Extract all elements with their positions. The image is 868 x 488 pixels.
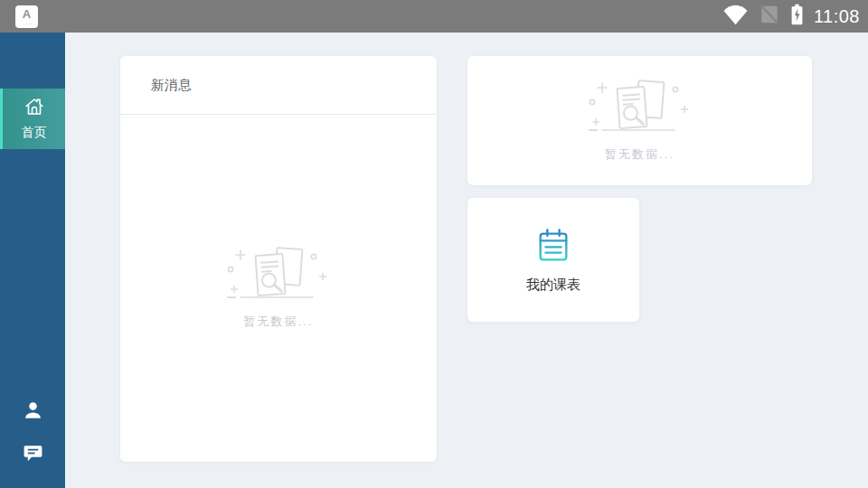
sidebar-bottom — [0, 399, 65, 465]
no-data-illustration-icon — [226, 246, 331, 307]
status-indicators: 11:08 — [722, 3, 860, 30]
no-data-illustration-icon — [588, 79, 693, 140]
messages-card: 新消息 — [120, 56, 437, 462]
main-content: 新消息 — [65, 33, 868, 488]
sidebar-item-home[interactable]: 首页 — [0, 89, 65, 149]
wifi-icon — [722, 3, 749, 30]
clock-time: 11:08 — [814, 6, 860, 27]
messages-card-title: 新消息 — [120, 56, 437, 115]
empty-state: 暂无数据... — [588, 79, 693, 163]
sidebar-item-label: 首页 — [22, 125, 47, 141]
chat-icon[interactable] — [21, 441, 44, 465]
timetable-card-label: 我的课表 — [526, 277, 580, 294]
sidebar: 首页 — [0, 33, 65, 488]
app-icon-dots: ... — [25, 20, 33, 24]
app-icon: A ... — [15, 5, 38, 28]
home-icon — [24, 97, 45, 120]
battery-charging-icon — [790, 3, 804, 30]
no-data-text: 暂无数据... — [244, 314, 314, 330]
user-icon[interactable] — [21, 399, 44, 422]
timetable-card[interactable]: 我的课表 — [467, 198, 639, 322]
messages-card-body: 暂无数据... — [120, 115, 437, 461]
calendar-icon — [534, 227, 572, 268]
no-data-text: 暂无数据... — [605, 146, 675, 163]
status-bar: A ... 11:08 — [0, 0, 868, 33]
app-shell: 首页 新消息 — [0, 33, 868, 488]
empty-state: 暂无数据... — [226, 246, 331, 330]
app-icon-letter: A — [23, 9, 31, 20]
data-card: 暂无数据... — [467, 56, 812, 185]
no-sim-icon — [757, 3, 782, 30]
